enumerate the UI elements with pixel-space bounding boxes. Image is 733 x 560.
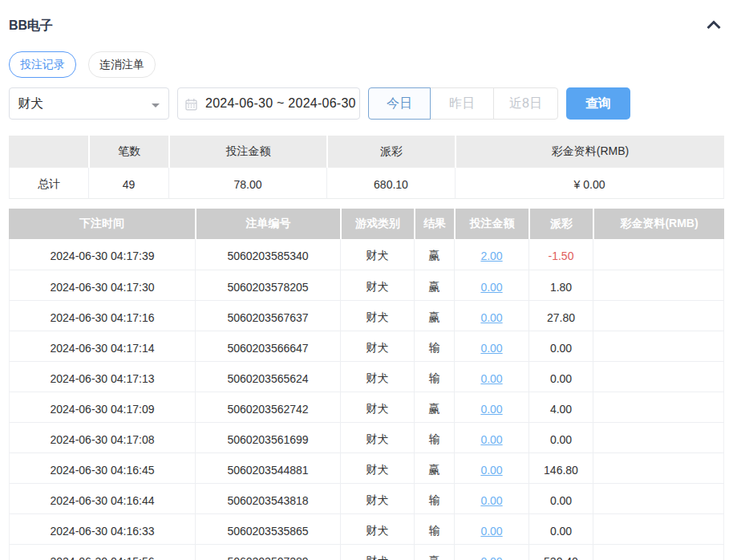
- bet-amount-link[interactable]: 0.00: [480, 403, 502, 416]
- record-order-id: 5060203507289: [195, 545, 340, 560]
- summary-header-row: 笔数 投注金额 派彩 彩金资料(RMB): [9, 136, 724, 168]
- bet-amount-link[interactable]: 0.00: [480, 525, 502, 538]
- record-bet-amount: 0.00: [454, 484, 528, 514]
- records-table: 下注时间 注单编号 游戏类别 结果 投注金额 派彩 彩金资料(RMB) 2024…: [9, 209, 724, 560]
- record-game-type: 财犬: [340, 514, 414, 545]
- record-time: 2024-06-30 04:17:16: [9, 301, 195, 331]
- record-bonus: [593, 331, 724, 362]
- record-result: 赢: [414, 545, 454, 560]
- record-order-id: 5060203544881: [195, 453, 340, 484]
- records-header-game-type: 游戏类别: [340, 209, 414, 239]
- record-bet-amount: 0.00: [454, 514, 528, 545]
- today-button[interactable]: 今日: [368, 87, 431, 120]
- record-time: 2024-06-30 04:15:56: [9, 545, 195, 560]
- tab-bar: 投注记录 连消注单: [9, 51, 156, 78]
- record-result: 输: [414, 514, 454, 545]
- summary-header-bet-amount: 投注金额: [168, 136, 326, 168]
- bet-amount-link[interactable]: 0.00: [480, 281, 502, 294]
- record-bet-amount: 0.00: [454, 270, 528, 301]
- record-result: 赢: [414, 301, 454, 331]
- record-payout: 27.80: [528, 301, 593, 331]
- query-button[interactable]: 查询: [566, 87, 630, 120]
- record-payout: 0.00: [528, 331, 593, 362]
- collapse-panel-button[interactable]: [706, 19, 722, 30]
- record-bet-amount: 0.00: [454, 545, 528, 560]
- record-row: 2024-06-30 04:17:08 5060203561699 财犬 输 0…: [9, 423, 724, 453]
- record-payout: 0.00: [528, 423, 593, 453]
- records-header-result: 结果: [414, 209, 454, 239]
- record-payout: 520.40: [528, 545, 593, 560]
- summary-header-payout: 派彩: [326, 136, 455, 168]
- records-header-bet-amount: 投注金额: [454, 209, 528, 239]
- calendar-icon: [185, 98, 197, 111]
- tab-cancelled-orders[interactable]: 连消注单: [88, 51, 156, 78]
- record-time: 2024-06-30 04:17:09: [9, 392, 195, 423]
- record-order-id: 5060203585340: [195, 239, 340, 270]
- bet-amount-link[interactable]: 0.00: [480, 372, 502, 385]
- record-result: 输: [414, 331, 454, 362]
- summary-header-bonus: 彩金资料(RMB): [455, 136, 724, 168]
- bet-amount-link[interactable]: 2.00: [480, 250, 502, 262]
- record-time: 2024-06-30 04:16:45: [9, 453, 195, 484]
- records-header-order-id: 注单编号: [195, 209, 340, 239]
- bet-amount-link[interactable]: 0.00: [480, 464, 502, 477]
- bet-amount-link[interactable]: 0.00: [480, 494, 502, 507]
- summary-total-label: 总计: [9, 168, 88, 199]
- record-row: 2024-06-30 04:16:45 5060203544881 财犬 赢 0…: [9, 453, 724, 484]
- record-bonus: [593, 392, 724, 423]
- record-time: 2024-06-30 04:17:14: [9, 331, 195, 362]
- record-row: 2024-06-30 04:16:44 5060203543818 财犬 输 0…: [9, 484, 724, 514]
- summary-total-row: 总计 49 78.00 680.10 ¥ 0.00: [9, 168, 724, 199]
- record-bonus: [593, 270, 724, 301]
- record-payout: -1.50: [528, 239, 593, 270]
- caret-down-icon: [152, 103, 160, 108]
- record-row: 2024-06-30 04:17:30 5060203578205 财犬 赢 0…: [9, 270, 724, 301]
- record-time: 2024-06-30 04:17:13: [9, 362, 195, 392]
- record-game-type: 财犬: [340, 239, 414, 270]
- record-order-id: 5060203565624: [195, 362, 340, 392]
- records-header-bonus: 彩金资料(RMB): [593, 209, 724, 239]
- record-game-type: 财犬: [340, 545, 414, 560]
- record-payout: 4.00: [528, 392, 593, 423]
- record-payout: 146.80: [528, 453, 593, 484]
- record-bet-amount: 0.00: [454, 392, 528, 423]
- page-title: BB电子: [9, 18, 53, 32]
- bet-amount-link[interactable]: 0.00: [480, 342, 502, 355]
- record-game-type: 财犬: [340, 270, 414, 301]
- bet-amount-link[interactable]: 0.00: [480, 433, 502, 446]
- record-bonus: [593, 484, 724, 514]
- record-result: 输: [414, 423, 454, 453]
- bet-records-panel: BB电子 投注记录 连消注单 财犬: [0, 0, 733, 560]
- yesterday-button[interactable]: 昨日: [430, 87, 494, 120]
- summary-payout-value: 680.10: [326, 168, 455, 199]
- date-range-value: 2024-06-30 ~ 2024-06-30: [205, 88, 356, 119]
- record-order-id: 5060203566647: [195, 331, 340, 362]
- record-order-id: 5060203562742: [195, 392, 340, 423]
- game-select[interactable]: 财犬: [9, 87, 169, 120]
- chevron-up-icon: [706, 19, 722, 30]
- record-order-id: 5060203578205: [195, 270, 340, 301]
- record-result: 赢: [414, 239, 454, 270]
- record-row: 2024-06-30 04:17:14 5060203566647 财犬 输 0…: [9, 331, 724, 362]
- bet-amount-link[interactable]: 0.00: [480, 555, 502, 560]
- record-payout: 0.00: [528, 514, 593, 545]
- bet-amount-link[interactable]: 0.00: [480, 311, 502, 324]
- record-payout: 0.00: [528, 484, 593, 514]
- record-bonus: [593, 423, 724, 453]
- record-order-id: 5060203535865: [195, 514, 340, 545]
- date-range-input[interactable]: 2024-06-30 ~ 2024-06-30: [177, 87, 360, 120]
- last8days-button[interactable]: 近8日: [493, 87, 558, 120]
- record-bet-amount: 0.00: [454, 423, 528, 453]
- record-row: 2024-06-30 04:15:56 5060203507289 财犬 赢 0…: [9, 545, 724, 560]
- record-bet-amount: 0.00: [454, 301, 528, 331]
- summary-bet-amount-value: 78.00: [168, 168, 326, 199]
- record-game-type: 财犬: [340, 484, 414, 514]
- record-result: 输: [414, 484, 454, 514]
- record-game-type: 财犬: [340, 301, 414, 331]
- tab-bet-records[interactable]: 投注记录: [9, 51, 76, 78]
- record-order-id: 5060203567637: [195, 301, 340, 331]
- record-bonus: [593, 239, 724, 270]
- panel-header: BB电子: [9, 18, 724, 31]
- summary-count-value: 49: [88, 168, 168, 199]
- record-bonus: [593, 514, 724, 545]
